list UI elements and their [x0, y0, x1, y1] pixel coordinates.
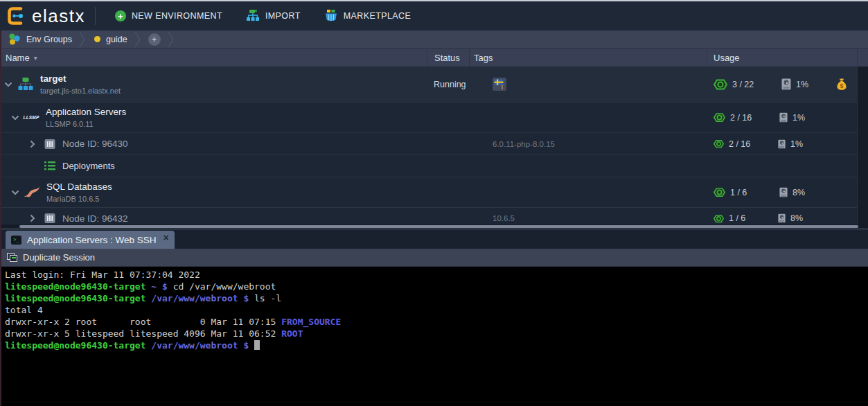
sort-down-icon: ▾	[34, 54, 37, 62]
brand-logo[interactable]: elastx	[0, 6, 95, 27]
marketplace-label: MARKETPLACE	[344, 11, 411, 21]
web-ssh-panel: >_ Application Servers : Web SSH × Dupli…	[0, 229, 868, 406]
node-row-96430[interactable]: Node ID: 96430 6.0.11-php-8.0.15 2 / 16	[0, 133, 868, 155]
disk-icon	[781, 78, 791, 90]
column-header-tags: Tags	[469, 48, 707, 67]
plus-circle-icon: +	[115, 10, 126, 21]
cloudlets-value: 3 / 22	[732, 80, 759, 89]
llsmp-stack-icon: LLSMP	[22, 115, 40, 120]
container-icon	[44, 213, 55, 224]
chevron-down-icon[interactable]	[11, 190, 19, 195]
environment-tree: target target.jls-sto1.elastx.net Runnin…	[0, 67, 868, 229]
chevron-right-icon[interactable]	[30, 140, 35, 148]
topbar-divider	[95, 7, 96, 25]
cloudlets-value: 2 / 16	[729, 139, 755, 149]
deployments-row[interactable]: Deployments	[0, 155, 868, 177]
duplicate-session-icon	[7, 253, 17, 262]
disk-usage-value: 1%	[796, 80, 808, 89]
import-icon	[246, 10, 260, 22]
elastx-logo-icon	[7, 6, 26, 26]
chevron-down-icon[interactable]	[11, 115, 19, 121]
breadcrumb-separator-icon	[168, 30, 175, 48]
disk-usage-value: 1%	[790, 139, 803, 149]
breadcrumb-env-groups-label: Env Groups	[26, 35, 72, 44]
terminal-line: litespeed@node96430-target ~ $ cd /var/w…	[5, 281, 868, 292]
ssh-toolbar: Duplicate Session	[0, 249, 868, 267]
column-header-status: Status	[427, 48, 469, 67]
disk-usage-value: 8%	[792, 188, 805, 197]
table-header: Name ▾ Status Tags Usage	[0, 48, 868, 67]
import-button[interactable]: IMPORT	[239, 1, 308, 30]
terminal-line: drwxr-xr-x 5 litespeed litespeed 4096 Ma…	[5, 328, 868, 339]
cloudlets-icon	[714, 78, 727, 91]
disk-icon	[778, 139, 786, 149]
new-environment-button[interactable]: + NEW ENVIRONMENT	[108, 1, 229, 30]
cloudlets-icon	[714, 112, 725, 123]
add-group-button[interactable]: +	[148, 33, 161, 46]
svg-text:$: $	[840, 82, 843, 89]
billing-money-bag-icon[interactable]: $	[836, 78, 847, 91]
node-group-stack: LLSMP 6.0.11	[46, 119, 126, 129]
new-environment-label: NEW ENVIRONMENT	[132, 11, 222, 21]
terminal-line: total 4	[5, 304, 868, 316]
import-label: IMPORT	[265, 11, 301, 21]
node-group-name: SQL Databases	[46, 182, 112, 193]
horizontal-scrollbar-thumb[interactable]	[19, 225, 858, 228]
svg-text:I: I	[502, 85, 504, 91]
environment-row-target[interactable]: target target.jls-sto1.elastx.net Runnin…	[0, 67, 868, 103]
node-group-name: Application Servers	[46, 107, 126, 118]
disk-usage-value: 8%	[790, 213, 803, 223]
web-ssh-tab[interactable]: >_ Application Servers : Web SSH ×	[6, 231, 175, 249]
deployments-label: Deployments	[62, 161, 115, 171]
web-ssh-tab-title: Application Servers : Web SSH	[27, 235, 157, 245]
node-group-stack: MariaDB 10.6.5	[46, 194, 112, 204]
node-label: Node ID: 96430	[62, 139, 128, 149]
column-header-name[interactable]: Name ▾	[0, 48, 427, 67]
duplicate-session-label: Duplicate Session	[23, 252, 95, 263]
terminal-line: drwxr-xr-x 2 root root 0 Mar 11 07:15 FR…	[5, 316, 868, 328]
disk-icon	[778, 213, 786, 223]
region-flag-icon: I	[493, 78, 506, 91]
disk-usage-value: 1%	[792, 113, 805, 123]
node-tag: 6.0.11-php-8.0.15	[493, 140, 555, 148]
node-group-row-app-servers[interactable]: LLSMP Application Servers LLSMP 6.0.11 2…	[0, 103, 868, 133]
node-group-row-sql[interactable]: SQL Databases MariaDB 10.6.5 1 / 6	[0, 177, 868, 208]
column-header-usage: Usage	[707, 48, 857, 67]
cloudlets-value: 2 / 16	[730, 113, 756, 123]
breadcrumb-separator-icon	[134, 30, 141, 48]
deployments-icon	[44, 161, 55, 170]
terminal-line: litespeed@node96430-target /var/www/webr…	[5, 339, 868, 351]
terminal-line: Last login: Fri Mar 11 07:37:04 2022	[5, 269, 868, 281]
node-tag: 10.6.5	[493, 214, 515, 222]
terminal-line: litespeed@node96430-target /var/www/webr…	[5, 292, 868, 304]
marketplace-button[interactable]: MARKETPLACE	[317, 1, 418, 30]
marketplace-icon	[324, 10, 338, 22]
terminal[interactable]: Last login: Fri Mar 11 07:37:04 2022 lit…	[0, 267, 868, 406]
breadcrumb-separator-icon	[79, 30, 86, 48]
chevron-right-icon[interactable]	[30, 214, 35, 222]
column-header-scroll-gutter	[857, 48, 868, 67]
duplicate-session-button[interactable]: Duplicate Session	[0, 249, 102, 266]
terminal-icon: >_	[11, 236, 21, 245]
chevron-down-icon[interactable]	[4, 82, 12, 87]
window-left-edge	[0, 30, 1, 406]
cloudlets-icon	[714, 213, 724, 224]
breadcrumb-env-groups[interactable]: Env Groups	[0, 30, 79, 48]
breadcrumb: Env Groups guide +	[0, 30, 868, 48]
disk-icon	[779, 187, 788, 197]
disk-icon	[779, 112, 788, 123]
environment-domain: target.jls-sto1.elastx.net	[40, 86, 121, 96]
status-label: Running	[427, 80, 469, 89]
brand-name: elastx	[32, 6, 85, 27]
breadcrumb-guide[interactable]: guide	[86, 30, 134, 48]
ssh-tab-bar: >_ Application Servers : Web SSH ×	[0, 229, 868, 249]
breadcrumb-guide-label: guide	[106, 35, 127, 44]
environment-topology-icon	[18, 77, 33, 91]
container-icon	[44, 139, 55, 150]
terminal-cursor	[254, 340, 260, 350]
cloudlets-icon	[714, 186, 725, 198]
vertical-scrollbar[interactable]	[857, 67, 868, 224]
close-tab-icon[interactable]: ×	[163, 233, 169, 242]
environment-name: target	[40, 73, 121, 85]
cloudlets-value: 1 / 6	[729, 213, 755, 223]
